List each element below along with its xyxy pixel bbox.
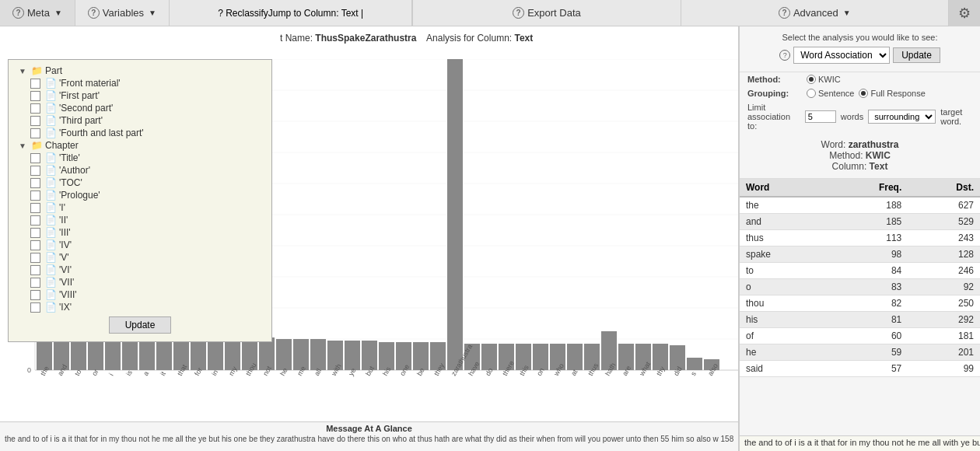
grouping-full-radio[interactable]: Full Response — [859, 89, 925, 98]
svg-rect-52 — [533, 344, 548, 370]
v-icon: 📄 — [45, 252, 57, 263]
word-info-area: Word: zarathustra Method: KWIC Column: T… — [740, 133, 980, 179]
meta-help-icon: ? — [12, 7, 24, 19]
cell-freq: 83 — [836, 279, 908, 295]
front-checkbox[interactable] — [30, 79, 40, 89]
reclassify-menu[interactable]: ? Reclassify Jump to Column: Text | — [170, 0, 412, 26]
chart-analysis-label: Analysis for Column: — [426, 33, 512, 44]
column-label: Column: — [832, 161, 867, 172]
vi-checkbox[interactable] — [30, 265, 40, 275]
title-checkbox[interactable] — [30, 153, 40, 163]
vii-checkbox[interactable] — [30, 278, 40, 288]
tree-item-second[interactable]: 📄 'Second part' — [9, 102, 271, 114]
svg-rect-61 — [687, 358, 702, 370]
cell-freq: 98 — [836, 246, 908, 263]
tree-item-vi[interactable]: 📄 'VI' — [9, 264, 271, 276]
ix-checkbox[interactable] — [30, 302, 40, 313]
tree-item-front[interactable]: 📄 'Front material' — [9, 77, 271, 89]
col-header-dst: Dst. — [908, 179, 980, 197]
variables-label: Variables — [103, 7, 144, 19]
tree-part-root[interactable]: ▼ 📁 Part — [9, 65, 271, 77]
prologue-label: 'Prologue' — [59, 190, 100, 201]
export-menu[interactable]: ? Export Data — [412, 0, 681, 26]
tree-item-prologue[interactable]: 📄 'Prologue' — [9, 189, 271, 201]
chart-header: t Name: ThusSpakeZarathustra Analysis fo… — [280, 33, 533, 44]
limit-input[interactable] — [805, 110, 836, 123]
tree-item-vii[interactable]: 📄 'VII' — [9, 276, 271, 288]
tree-chapter-root[interactable]: ▼ 📁 Chapter — [9, 139, 271, 152]
surrounding-select[interactable]: surrounding — [868, 110, 936, 124]
grouping-sentence-radio[interactable]: Sentence — [807, 89, 854, 98]
gear-button[interactable]: ⚙ — [949, 0, 980, 26]
tree-item-v[interactable]: 📄 'V' — [9, 251, 271, 264]
i-checkbox[interactable] — [30, 203, 40, 213]
method2-label: Method: — [829, 150, 863, 161]
tree-item-toc[interactable]: 📄 'TOC' — [9, 177, 271, 189]
tree-item-iii[interactable]: 📄 'III' — [9, 226, 271, 239]
advanced-menu[interactable]: ? Advanced ▼ — [681, 0, 949, 26]
part-collapse-icon[interactable]: ▼ — [16, 67, 29, 75]
chart-area: t Name: ThusSpakeZarathustra Analysis fo… — [0, 26, 739, 451]
v-checkbox[interactable] — [30, 253, 40, 263]
tree-item-third[interactable]: 📄 'Third part' — [9, 114, 271, 127]
tree-item-title[interactable]: 📄 'Title' — [9, 152, 271, 164]
cell-freq: 81 — [836, 312, 908, 328]
third-label: 'Third part' — [59, 115, 103, 126]
cell-dst: 128 — [908, 246, 980, 263]
tree-item-ix[interactable]: 📄 'IX' — [9, 301, 271, 313]
chart-dataset-name: ThusSpakeZarathustra — [315, 33, 416, 44]
third-checkbox[interactable] — [30, 116, 40, 126]
method-kwic-radio[interactable]: KWIC — [807, 75, 841, 84]
grouping-sentence-dot — [807, 89, 816, 98]
viii-checkbox[interactable] — [30, 290, 40, 300]
tree-item-fourth[interactable]: 📄 'Fourth and last part' — [9, 127, 271, 139]
tree-item-ii[interactable]: 📄 'II' — [9, 214, 271, 226]
cell-freq: 57 — [836, 361, 908, 377]
toolbar: ? Meta ▼ ? Variables ▼ ? Reclassify Jump… — [0, 0, 980, 26]
iii-checkbox[interactable] — [30, 228, 40, 238]
limit-label: Limit association to: — [747, 103, 800, 131]
toc-checkbox[interactable] — [30, 178, 40, 188]
grouping-row: Grouping: Sentence Full Response — [740, 86, 980, 100]
part-root-label: Part — [45, 65, 62, 76]
tree-update-button[interactable]: Update — [109, 316, 172, 334]
analysis-type-select[interactable]: Word Association — [793, 47, 890, 64]
results-table-container: Word Freq. Dst. the 188 627 and 185 529 … — [740, 179, 980, 435]
svg-text:it: it — [159, 370, 167, 377]
second-checkbox[interactable] — [30, 103, 40, 114]
analysis-select-area: Select the analysis you would like to se… — [740, 26, 980, 72]
meta-menu[interactable]: ? Meta ▼ — [0, 0, 75, 26]
first-checkbox[interactable] — [30, 91, 40, 101]
variables-chevron-icon: ▼ — [149, 9, 156, 17]
second-label: 'Second part' — [59, 103, 113, 114]
cell-dst: 529 — [908, 214, 980, 230]
tree-item-first[interactable]: 📄 'First part' — [9, 89, 271, 102]
chapter-collapse-icon[interactable]: ▼ — [16, 142, 29, 150]
analysis-update-button[interactable]: Update — [893, 47, 940, 63]
tree-item-viii[interactable]: 📄 'VIII' — [9, 288, 271, 301]
variables-menu[interactable]: ? Variables ▼ — [75, 0, 170, 26]
meta-label: Meta — [27, 7, 50, 19]
cell-dst: 246 — [908, 263, 980, 279]
reclassify-help-icon: ? — [218, 8, 223, 19]
chapter-root-label: Chapter — [45, 140, 79, 151]
tree-item-author[interactable]: 📄 'Author' — [9, 164, 271, 177]
prologue-checkbox[interactable] — [30, 191, 40, 201]
title-label: 'Title' — [59, 152, 80, 163]
svg-rect-37 — [276, 339, 292, 370]
cell-word: thou — [740, 295, 836, 312]
fourth-checkbox[interactable] — [30, 128, 40, 138]
advanced-label: Advanced — [793, 7, 838, 19]
right-panel: Select the analysis you would like to se… — [739, 26, 980, 451]
svg-rect-47 — [447, 59, 463, 370]
ii-checkbox[interactable] — [30, 215, 40, 226]
tree-item-iv[interactable]: 📄 'IV' — [9, 239, 271, 251]
results-table: Word Freq. Dst. the 188 627 and 185 529 … — [740, 179, 980, 377]
iv-checkbox[interactable] — [30, 240, 40, 250]
cell-freq: 188 — [836, 197, 908, 214]
author-checkbox[interactable] — [30, 166, 40, 176]
word-info-column: Column: Text — [747, 161, 972, 172]
i-icon: 📄 — [45, 202, 57, 213]
cell-dst: 201 — [908, 344, 980, 361]
tree-item-i[interactable]: 📄 'I' — [9, 201, 271, 214]
